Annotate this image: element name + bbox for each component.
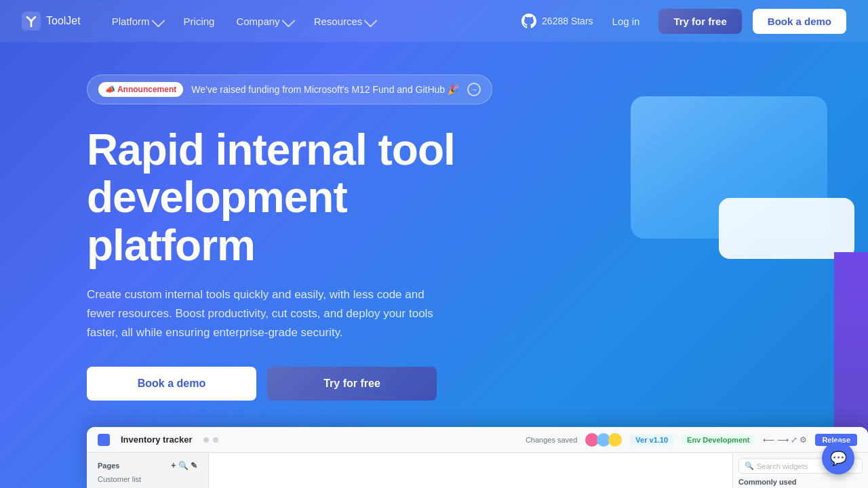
app-main (209, 453, 732, 488)
announcement-banner[interactable]: 📣 Announcement We've raised funding from… (87, 75, 492, 104)
user-avatars (585, 433, 622, 447)
chat-icon: 💬 (830, 450, 847, 466)
nav-try-free-button[interactable]: Try for free (658, 9, 741, 34)
nav-company[interactable]: Company (226, 10, 301, 33)
hero-section: 📣 Announcement We've raised funding from… (0, 42, 868, 401)
app-screenshot: Inventory tracker Changes saved Ver v1.1… (87, 427, 868, 488)
nav-platform[interactable]: Platform (102, 10, 172, 33)
navigation: ToolJet Platform Pricing Company Resourc… (0, 0, 868, 42)
app-status: Changes saved Ver v1.10 Env Development … (526, 433, 857, 447)
commonly-used-label: Commonly used (738, 478, 863, 486)
hero-description: Create custom internal tools quickly and… (87, 285, 453, 342)
login-button[interactable]: Log in (604, 10, 648, 33)
app-body: Pages + 🔍 ✎ Customer list 🔍 Search widge… (87, 453, 868, 488)
version-chip: Ver v1.10 (630, 434, 673, 445)
sidebar-pages-header: Pages + 🔍 ✎ (92, 458, 203, 473)
company-chevron-icon (281, 14, 295, 28)
hero-try-free-button[interactable]: Try for free (267, 367, 437, 401)
dot-icon (203, 437, 209, 443)
nav-pricing[interactable]: Pricing (174, 10, 224, 33)
nav-links: Platform Pricing Company Resources (102, 10, 521, 33)
logo-text: ToolJet (46, 15, 81, 27)
resources-chevron-icon (364, 14, 378, 28)
announcement-badge: 📣 Announcement (98, 82, 183, 97)
sidebar-customer-list[interactable]: Customer list (92, 473, 203, 485)
announcement-text: We've raised funding from Microsoft's M1… (191, 84, 459, 95)
app-logo-icon (98, 434, 110, 446)
github-stars-count: 26288 Stars (542, 16, 593, 26)
app-topbar: Inventory tracker Changes saved Ver v1.1… (87, 427, 868, 453)
nav-resources[interactable]: Resources (304, 10, 384, 33)
hero-book-demo-button[interactable]: Book a demo (87, 367, 256, 401)
app-title: Inventory tracker (121, 434, 193, 445)
svg-point-1 (30, 20, 33, 22)
logo[interactable]: ToolJet (22, 12, 81, 30)
platform-chevron-icon (151, 14, 165, 28)
app-dots (203, 437, 218, 443)
nav-book-demo-button[interactable]: Book a demo (753, 9, 846, 34)
dot-icon (213, 437, 218, 443)
nav-right: 26288 Stars Log in Try for free Book a d… (521, 9, 846, 34)
white-decorative-card (719, 198, 854, 259)
env-chip: Env Development (682, 434, 755, 445)
chat-bubble-button[interactable]: 💬 (822, 442, 854, 474)
app-logo (98, 434, 110, 446)
app-sidebar: Pages + 🔍 ✎ Customer list (87, 453, 209, 488)
hero-image-area (448, 83, 868, 435)
changes-saved-text: Changes saved (526, 436, 577, 444)
hero-heading: Rapid internal tool development platform (87, 126, 480, 269)
toolbar-icons: ⟵ ⟶ ⤢ ⚙ (763, 435, 807, 445)
github-stars[interactable]: 26288 Stars (521, 14, 593, 28)
